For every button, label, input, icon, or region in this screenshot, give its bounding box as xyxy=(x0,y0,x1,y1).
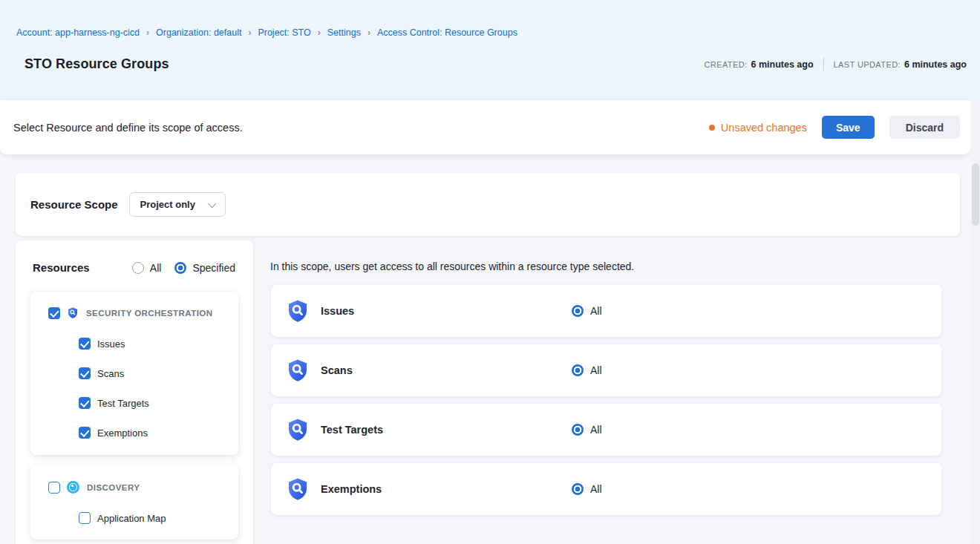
discard-button[interactable]: Discard xyxy=(889,116,960,139)
test-targets-checkbox[interactable] xyxy=(79,397,91,409)
shield-search-icon xyxy=(286,417,310,442)
access-all-radio[interactable]: All xyxy=(572,305,602,317)
scrollbar-track[interactable] xyxy=(970,100,980,544)
access-all-label: All xyxy=(590,364,602,376)
resource-card-issues: Issues All xyxy=(271,285,941,337)
resource-scope-selected-value: Project only xyxy=(140,199,195,210)
resource-card-test-targets: Test Targets All xyxy=(271,404,941,456)
shield-search-icon xyxy=(286,476,310,502)
item-label: Application Map xyxy=(97,513,166,524)
unsaved-changes-dot-icon xyxy=(709,125,715,131)
toolbar-description: Select Resource and define its scope of … xyxy=(13,122,243,134)
breadcrumb-project-link[interactable]: Project: STO xyxy=(258,27,310,38)
breadcrumb-resource-groups-link[interactable]: Access Control: Resource Groups xyxy=(377,27,517,38)
radio-icon[interactable] xyxy=(132,262,144,274)
page-header: Account: app-harness-ng-cicd › Organizat… xyxy=(0,0,980,100)
discovery-checkbox[interactable] xyxy=(48,482,60,494)
breadcrumb-separator-icon: › xyxy=(318,27,321,38)
access-all-label: All xyxy=(590,424,602,436)
list-item-scans: Scans xyxy=(30,358,238,388)
list-item-test-targets: Test Targets xyxy=(30,388,238,418)
resource-card-title: Scans xyxy=(321,364,353,376)
resources-mode-radio-group: All Specified xyxy=(132,262,235,274)
item-label: Scans xyxy=(97,368,124,379)
item-label: Test Targets xyxy=(97,398,149,409)
created-label: CREATED: xyxy=(705,60,748,69)
radio-icon[interactable] xyxy=(572,424,584,436)
scope-description: In this scope, users get access to all r… xyxy=(270,260,634,272)
resource-card-title: Test Targets xyxy=(321,424,383,436)
resource-scope-select[interactable]: Project only xyxy=(129,192,226,217)
chevron-down-icon xyxy=(207,199,215,207)
list-item-issues: Issues xyxy=(30,329,238,358)
meta-info: CREATED: 6 minutes ago LAST UPDATED: 6 m… xyxy=(705,58,967,71)
shield-search-icon xyxy=(286,358,310,383)
group-label: DISCOVERY xyxy=(87,483,140,492)
issues-checkbox[interactable] xyxy=(79,338,91,350)
security-orchestration-checkbox[interactable] xyxy=(48,307,60,319)
radio-option-all[interactable]: All xyxy=(132,262,162,274)
breadcrumb-organization-link[interactable]: Organization: default xyxy=(156,27,241,38)
last-updated-value: 6 minutes ago xyxy=(904,59,967,70)
scrollbar-thumb[interactable] xyxy=(972,163,979,226)
access-all-radio[interactable]: All xyxy=(572,424,602,436)
breadcrumb-settings-link[interactable]: Settings xyxy=(327,27,361,38)
created-value: 6 minutes ago xyxy=(751,59,814,70)
page-title: STO Resource Groups xyxy=(24,56,169,72)
resource-card-title: Issues xyxy=(321,305,354,317)
shield-search-icon xyxy=(286,298,310,324)
radio-icon[interactable] xyxy=(572,364,584,376)
resource-card-title: Exemptions xyxy=(321,483,382,495)
resource-group-security-orchestration: SECURITY ORCHESTRATION Issues Scans Test… xyxy=(30,292,238,455)
access-all-radio[interactable]: All xyxy=(572,483,602,495)
resource-group-discovery: DISCOVERY Application Map xyxy=(30,465,238,540)
breadcrumb: Account: app-harness-ng-cicd › Organizat… xyxy=(16,27,517,38)
breadcrumb-separator-icon: › xyxy=(146,27,149,38)
breadcrumb-separator-icon: › xyxy=(248,27,251,38)
last-updated-label: LAST UPDATED: xyxy=(834,60,901,69)
breadcrumb-account-link[interactable]: Account: app-harness-ng-cicd xyxy=(16,27,140,38)
radio-icon[interactable] xyxy=(572,483,584,495)
resource-type-cards: Issues All Scans All Test Targets All Ex… xyxy=(271,285,941,522)
radio-option-all-label: All xyxy=(150,262,162,274)
discovery-target-icon xyxy=(67,481,79,494)
save-button[interactable]: Save xyxy=(822,116,875,139)
application-map-checkbox[interactable] xyxy=(79,512,91,524)
group-label: SECURITY ORCHESTRATION xyxy=(86,309,213,318)
shield-search-icon xyxy=(67,307,79,319)
toolbar: Select Resource and define its scope of … xyxy=(0,100,970,154)
breadcrumb-separator-icon: › xyxy=(368,27,370,38)
access-all-label: All xyxy=(590,483,602,495)
radio-icon[interactable] xyxy=(174,262,186,274)
access-all-label: All xyxy=(590,305,602,317)
scans-checkbox[interactable] xyxy=(79,367,91,379)
resource-scope-label: Resource Scope xyxy=(30,198,118,211)
radio-option-specified[interactable]: Specified xyxy=(174,262,235,274)
resources-title: Resources xyxy=(33,261,90,274)
radio-option-specified-label: Specified xyxy=(192,262,235,274)
unsaved-changes-label: Unsaved changes xyxy=(721,122,807,134)
resource-card-scans: Scans All xyxy=(271,344,941,396)
item-label: Issues xyxy=(97,338,125,350)
resources-panel: Resources All Specified SECURITY ORCHEST… xyxy=(16,240,253,544)
resource-scope-card: Resource Scope Project only xyxy=(16,173,960,236)
radio-icon[interactable] xyxy=(572,305,584,317)
list-item-application-map: Application Map xyxy=(30,503,238,533)
resource-card-exemptions: Exemptions All xyxy=(271,463,941,515)
list-item-exemptions: Exemptions xyxy=(30,418,238,448)
access-all-radio[interactable]: All xyxy=(572,364,602,376)
item-label: Exemptions xyxy=(97,427,148,439)
exemptions-checkbox[interactable] xyxy=(79,427,91,439)
meta-divider xyxy=(823,58,824,71)
